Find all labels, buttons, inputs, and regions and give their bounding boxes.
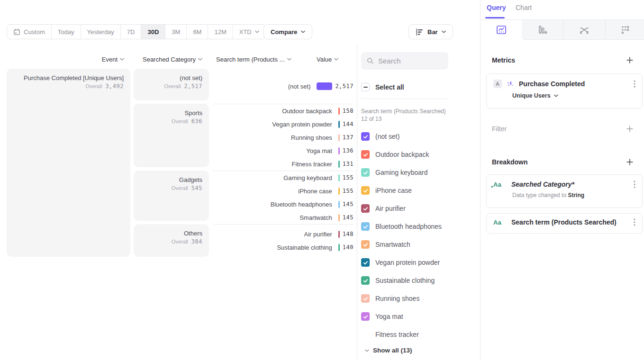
select-all-label: Select all [375,83,404,91]
category-cell[interactable]: (not set) Overall2,517 [134,69,209,100]
date-range-xtd-dropdown[interactable]: XTD [233,25,265,39]
date-range-12m[interactable]: 12M [208,25,233,39]
checkbox-checked[interactable] [361,258,370,267]
metric-card[interactable]: A Purchase Completed Unique Users [486,73,643,108]
term-row[interactable]: (not set) 2,517 [213,80,354,93]
date-range-30d-selected[interactable]: 30D [141,25,165,39]
checkbox-checked[interactable] [361,276,370,285]
analytics-app-window: Custom Today Yesterday 7D 30D 3M 6M 12M … [0,0,644,361]
category-cell[interactable]: Sports Overall636 [134,104,209,167]
breakdown-property-name: Search term (Products Searched) [511,218,629,226]
filter-heading: Filter [492,125,507,133]
tab-funnels[interactable] [522,20,563,40]
term-row[interactable]: Yoga mat 136 [213,144,354,157]
legend-item[interactable]: Sustainable clothing [361,271,477,289]
term-row[interactable]: Sustainable clothing 140 [213,241,354,254]
legend-item[interactable]: Bluetooth headphones [361,217,477,235]
select-all-checkbox-indeterminate[interactable] [361,83,370,91]
calendar-icon [13,28,20,36]
metrics-heading: Metrics [492,56,515,64]
chevron-down-icon [120,58,124,61]
date-range-yesterday[interactable]: Yesterday [81,25,121,39]
tab-retention[interactable] [605,20,644,40]
term-row[interactable]: Bluetooth headphones 145 [213,198,354,211]
show-all-button[interactable]: Show all (13) [365,347,412,354]
date-range-label: 30D [147,28,159,36]
tab-insights-active[interactable] [481,20,522,40]
legend-item[interactable]: (not set) [361,127,477,145]
category-cell[interactable]: Gadgets Overall545 [134,171,209,221]
select-all-row[interactable]: Select all [361,83,404,91]
date-range-7d[interactable]: 7D [121,25,142,39]
kebab-menu-icon[interactable] [634,80,635,88]
checkbox-checked[interactable] [361,294,370,303]
search-term-label: Bluetooth headphones [213,201,332,208]
date-range-label: 3M [172,28,180,36]
column-header-searched-category[interactable]: Searched Category [134,55,202,63]
date-range-label: 7D [127,28,135,36]
term-row[interactable]: Fitness tracker 131 [213,157,354,171]
checkbox-checked[interactable] [361,150,370,159]
add-metric-button[interactable] [626,57,633,63]
date-range-3m[interactable]: 3M [165,25,187,39]
term-row[interactable]: Smartwatch 145 [213,211,354,224]
checkbox-checked[interactable] [361,312,370,321]
checkbox-checked[interactable] [361,168,370,177]
checkbox-checked[interactable] [361,240,370,249]
legend-item[interactable]: Smartwatch [361,235,477,253]
legend-search[interactable] [361,52,448,70]
search-term-label: Sustainable clothing [213,244,332,251]
tab-flows[interactable] [563,20,605,40]
overall-label: Overall [86,83,102,89]
column-header-search-term[interactable]: Search term (Products ... [216,55,306,63]
legend-item[interactable]: Fitness tracker [361,325,477,343]
category-cell[interactable]: Others Overall384 [134,224,209,257]
checkbox-checked[interactable] [361,330,370,339]
value-text: 145 [343,214,354,221]
legend-item[interactable]: Air purifier [361,199,477,217]
date-range-segmented-control: Custom Today Yesterday 7D 30D 3M 6M 12M … [7,24,266,39]
term-row[interactable]: Running shoes 137 [213,131,354,144]
date-range-6m[interactable]: 6M [187,25,208,39]
value-text: 136 [343,147,354,154]
column-header-value[interactable]: Value [317,55,350,63]
legend-item-label: Yoga mat [375,313,403,320]
breakdown-card-search-term[interactable]: Aa Search term (Products Searched) [486,213,643,234]
term-row[interactable]: Outdoor backpack 158 [213,104,354,117]
event-cell[interactable]: Purchase Completed [Unique Users] Overal… [7,69,130,257]
breakdown-card-searched-category[interactable]: Aa* Searched Category* Data type changed… [486,174,643,208]
checkbox-checked[interactable] [361,204,370,213]
checkbox-checked[interactable] [361,132,370,141]
flows-icon [579,24,590,36]
compare-button[interactable]: Compare [263,24,312,39]
search-input[interactable] [378,57,435,65]
chevron-down-icon [255,30,259,33]
term-row[interactable]: Vegan protein powder 144 [213,117,354,131]
kebab-menu-icon[interactable] [634,218,635,226]
legend-item-label: Air purifier [375,205,406,212]
legend-item[interactable]: Running shoes [361,289,477,307]
tab-chart[interactable]: Chart [516,4,532,11]
date-range-today[interactable]: Today [52,25,81,39]
term-row[interactable]: iPhone case 155 [213,184,354,198]
checkbox-checked[interactable] [361,222,370,231]
legend-item[interactable]: Yoga mat [361,307,477,325]
kebab-menu-icon[interactable] [634,180,635,188]
term-row[interactable]: Air purifier 148 [213,227,354,241]
column-header-event[interactable]: Event [7,55,124,63]
legend-item[interactable]: Gaming keyboard [361,163,477,181]
checkbox-checked[interactable] [361,186,370,195]
add-breakdown-button[interactable] [626,159,633,165]
legend-item[interactable]: Vegan protein powder [361,253,477,271]
aggregation-dropdown[interactable]: Unique Users [512,92,635,99]
divider [361,99,448,99]
term-row[interactable]: Gaming keyboard 155 [213,171,354,184]
overall-label: Overall [172,185,188,191]
legend-item[interactable]: Outdoor backpack [361,145,477,163]
overall-value: 3,492 [105,83,124,90]
tab-query[interactable]: Query [487,4,506,11]
legend-item[interactable]: iPhone case [361,181,477,199]
add-filter-button[interactable] [626,126,633,132]
date-range-custom[interactable]: Custom [7,25,52,39]
chart-type-dropdown[interactable]: Bar [408,24,453,39]
